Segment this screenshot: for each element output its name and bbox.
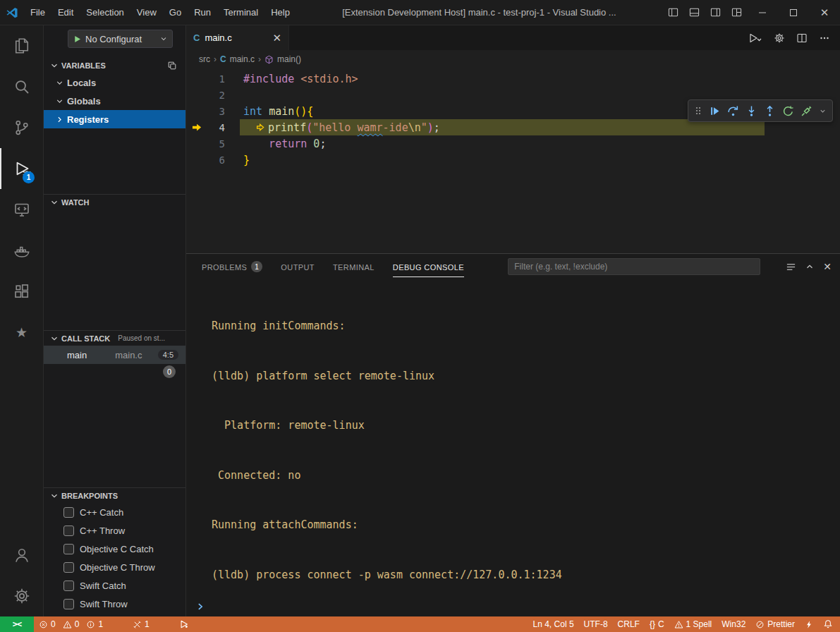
remote-indicator[interactable]: ><: [0, 616, 34, 632]
breakpoint-gutter[interactable]: 2: [186, 87, 243, 103]
breakpoint-gutter[interactable]: 3: [186, 103, 243, 119]
minimize-button[interactable]: [747, 0, 778, 25]
chevron-down-icon[interactable]: [819, 107, 827, 115]
debug-status-icon[interactable]: [174, 616, 194, 632]
toggle-secondary-sidebar-icon[interactable]: [705, 2, 726, 23]
menu-terminal[interactable]: Terminal: [217, 4, 264, 20]
maximize-button[interactable]: [778, 0, 809, 25]
step-into-icon[interactable]: [745, 105, 757, 117]
step-out-icon[interactable]: [764, 105, 776, 117]
breakpoint-label: Objective C Throw: [80, 562, 155, 573]
accounts-icon[interactable]: [0, 535, 43, 576]
tab-close-icon[interactable]: ✕: [272, 32, 281, 44]
remote-explorer-icon[interactable]: [0, 189, 43, 230]
gear-icon[interactable]: [774, 32, 785, 44]
platform-status[interactable]: Win32: [717, 616, 750, 632]
menu-view[interactable]: View: [130, 4, 163, 20]
info-icon: [86, 620, 95, 629]
console-line: Running attachCommands:: [212, 517, 840, 534]
source-control-icon[interactable]: [0, 107, 43, 148]
encoding-status[interactable]: UTF-8: [579, 616, 613, 632]
run-and-debug-icon[interactable]: 1: [0, 148, 43, 189]
tab-problems[interactable]: PROBLEMS 1: [202, 254, 262, 279]
menu-edit[interactable]: Edit: [51, 4, 80, 20]
disconnect-icon[interactable]: [801, 105, 812, 117]
extensions-icon[interactable]: [0, 271, 43, 312]
debug-start-icon[interactable]: [73, 35, 82, 44]
close-window-button[interactable]: ✕: [809, 0, 840, 25]
menu-go[interactable]: Go: [163, 4, 188, 20]
cursor-position-status[interactable]: Ln 4, Col 5: [528, 616, 579, 632]
split-editor-icon[interactable]: [796, 32, 808, 44]
breakpoint-checkbox[interactable]: [63, 507, 74, 518]
breakpoint-gutter[interactable]: 4: [186, 119, 243, 135]
frame-position-badge: 4:5: [158, 350, 178, 360]
variables-scope-globals[interactable]: Globals: [44, 92, 185, 110]
toggle-panel-icon[interactable]: [683, 2, 705, 23]
spell-checker-status[interactable]: 1 Spell: [669, 616, 717, 632]
settings-gear-icon[interactable]: [0, 576, 43, 616]
breakpoint-checkbox[interactable]: [63, 562, 74, 573]
search-icon[interactable]: [0, 66, 43, 107]
menubar: File Edit Selection View Go Run Terminal…: [24, 4, 296, 20]
debug-configuration-dropdown[interactable]: No Configurat: [68, 30, 173, 48]
clear-console-icon[interactable]: [786, 262, 796, 272]
eol-status[interactable]: CRLF: [613, 616, 645, 632]
variables-section-header[interactable]: VARIABLES: [44, 58, 185, 73]
breakpoint-checkbox[interactable]: [63, 599, 74, 609]
customize-layout-icon[interactable]: [726, 2, 747, 23]
drag-grip-icon[interactable]: [694, 105, 702, 116]
breakpoint-checkbox[interactable]: [63, 525, 74, 536]
breadcrumb-src[interactable]: src: [199, 54, 210, 64]
menu-help[interactable]: Help: [264, 4, 296, 20]
menu-run[interactable]: Run: [188, 4, 217, 20]
console-input-prompt-icon[interactable]: [195, 602, 205, 612]
explorer-icon[interactable]: [0, 25, 43, 66]
run-or-debug-icon[interactable]: [748, 32, 762, 44]
favorites-star-icon[interactable]: ★: [0, 312, 43, 353]
callstack-frame-row[interactable]: main main.c 4:5: [44, 346, 185, 364]
maximize-panel-icon[interactable]: [805, 262, 815, 272]
breakpoints-section-header[interactable]: BREAKPOINTS: [44, 487, 185, 503]
problems-status[interactable]: 0 0 1: [34, 616, 108, 632]
close-panel-icon[interactable]: ✕: [823, 261, 832, 272]
code-editor[interactable]: 1 #include <stdio.h> 2 3 int main(){: [186, 68, 840, 253]
more-actions-icon[interactable]: [819, 32, 830, 44]
tab-main-c[interactable]: C main.c ✕: [186, 25, 289, 50]
notifications-bell-icon[interactable]: [818, 616, 840, 632]
tab-output[interactable]: OUTPUT: [281, 254, 315, 279]
collapse-all-icon[interactable]: [167, 61, 177, 71]
variables-scope-registers[interactable]: Registers: [44, 110, 185, 128]
breakpoint-checkbox[interactable]: [63, 544, 74, 554]
toggle-sidebar-icon[interactable]: [662, 2, 683, 23]
docker-icon[interactable]: [0, 230, 43, 271]
window-controls: ✕: [662, 0, 840, 25]
console-line: (lldb) process connect -p wasm connect:/…: [212, 567, 840, 584]
breadcrumb-file[interactable]: main.c: [230, 54, 255, 64]
language-mode-status[interactable]: {} C: [645, 616, 669, 632]
breakpoint-gutter[interactable]: 1: [186, 71, 243, 87]
breadcrumb-separator: ›: [258, 54, 261, 64]
prettier-status[interactable]: Prettier: [750, 616, 800, 632]
breakpoint-gutter[interactable]: 5: [186, 135, 243, 152]
tools-status[interactable]: 1: [128, 616, 154, 632]
code-line: 1 #include <stdio.h>: [186, 71, 840, 87]
watch-section-header[interactable]: WATCH: [44, 194, 185, 209]
menu-file[interactable]: File: [24, 4, 51, 20]
breakpoint-gutter[interactable]: 6: [186, 152, 243, 168]
step-over-icon[interactable]: [727, 105, 739, 117]
restart-icon[interactable]: [782, 105, 794, 117]
inline-breakpoint-icon[interactable]: [256, 123, 265, 132]
debug-console-filter-input[interactable]: [508, 258, 760, 275]
breadcrumbs: src › C main.c › main(): [186, 50, 840, 68]
continue-icon[interactable]: [709, 105, 721, 117]
variables-scope-locals[interactable]: Locals: [44, 73, 185, 92]
breadcrumb-symbol[interactable]: main(): [277, 54, 301, 64]
feedback-zap-icon[interactable]: [800, 616, 818, 632]
tab-debug-console[interactable]: DEBUG CONSOLE: [393, 254, 464, 279]
menu-selection[interactable]: Selection: [80, 4, 130, 20]
warning-icon: [674, 620, 683, 629]
tab-terminal[interactable]: TERMINAL: [333, 254, 375, 279]
callstack-section-header[interactable]: CALL STACK Paused on st...: [44, 330, 185, 346]
breakpoint-checkbox[interactable]: [63, 581, 74, 591]
